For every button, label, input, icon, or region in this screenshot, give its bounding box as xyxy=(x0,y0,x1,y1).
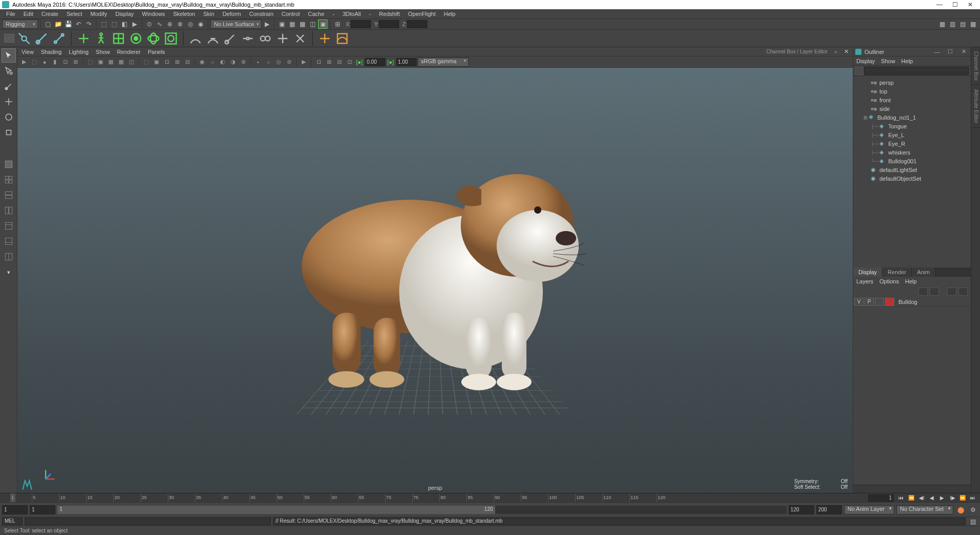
outliner-node-bulldog_ncl1_1[interactable]: ⊟✱Bulldog_ncl1_1 xyxy=(853,113,971,122)
viewport-toolbar-icon[interactable]: ⊟ xyxy=(183,58,192,67)
tab-display[interactable]: Display xyxy=(853,268,883,277)
render-icon[interactable]: ▩ xyxy=(298,20,307,29)
outliner-node-front[interactable]: ■front xyxy=(853,95,971,104)
color-mgmt-dropdown[interactable]: sRGB gamma xyxy=(418,58,469,67)
snap-icon[interactable]: ⊙ xyxy=(145,20,154,29)
layers-menu-options[interactable]: Options xyxy=(879,278,899,284)
save-scene-icon[interactable]: 💾 xyxy=(64,20,73,29)
lattice-icon[interactable] xyxy=(111,31,126,46)
layer-visibility-toggle[interactable]: V xyxy=(854,298,864,306)
maximize-button[interactable]: ☐ xyxy=(947,1,963,8)
viewport-toolbar-icon[interactable]: ▩ xyxy=(116,58,126,67)
anim-layer-dropdown[interactable]: No Anim Layer xyxy=(844,505,894,514)
new-layer-selected-icon[interactable] xyxy=(958,288,968,296)
viewport-toolbar-icon[interactable]: ⬚ xyxy=(30,58,39,67)
side-tab-attr[interactable]: Attribute Editor xyxy=(971,85,980,128)
graph-editor-icon[interactable] xyxy=(335,31,350,46)
autokey-icon[interactable]: ⬤ xyxy=(956,505,965,514)
menu-cache[interactable]: Cache xyxy=(304,11,328,17)
outliner-search-field[interactable] xyxy=(864,67,969,75)
viewport-toolbar-icon[interactable]: ▮ xyxy=(50,58,60,67)
range-out-field[interactable] xyxy=(789,505,814,514)
snap-icon[interactable]: ∿ xyxy=(155,20,164,29)
layers-menu-layers[interactable]: Layers xyxy=(856,278,873,284)
command-input[interactable] xyxy=(25,518,271,525)
viewport-toolbar-icon[interactable]: ⊞ xyxy=(324,58,334,67)
viewport-toolbar-icon[interactable]: ⬚ xyxy=(86,58,95,67)
playback-button[interactable]: ⏪ xyxy=(906,494,916,502)
menu-display[interactable]: Display xyxy=(111,11,138,17)
paint-select-tool[interactable] xyxy=(2,79,16,93)
tab-render[interactable]: Render xyxy=(883,268,912,277)
layout-icon[interactable] xyxy=(2,203,16,218)
paint-weights-icon[interactable] xyxy=(223,31,238,46)
new-scene-icon[interactable]: ▢ xyxy=(43,20,52,29)
select-mode-icon[interactable]: ⬚ xyxy=(99,20,108,29)
viewport-toolbar-icon[interactable]: ⊞ xyxy=(172,58,182,67)
menu-modify[interactable]: Modify xyxy=(86,11,111,17)
layout-icon[interactable] xyxy=(2,234,16,249)
layer-name[interactable]: Bulldog xyxy=(895,299,917,305)
ik-handle-icon[interactable] xyxy=(76,31,91,46)
skin-tool-icon[interactable] xyxy=(188,31,203,46)
new-layer-icon[interactable] xyxy=(947,288,956,296)
cluster-icon[interactable] xyxy=(128,31,144,46)
layer-move-down-icon[interactable] xyxy=(930,288,939,296)
z-field[interactable] xyxy=(407,20,427,28)
playback-button[interactable]: ◀Ⅰ xyxy=(916,494,927,502)
snap-icon[interactable]: ◎ xyxy=(186,20,195,29)
menu-edit[interactable]: Edit xyxy=(19,11,37,17)
viewport-toolbar-icon[interactable]: ▣ xyxy=(152,58,161,67)
layer-playback-toggle[interactable]: P xyxy=(865,298,874,306)
outliner-node-persp[interactable]: ■persp xyxy=(853,78,971,87)
menu-redshift[interactable]: Redshift xyxy=(375,11,404,17)
playback-button[interactable]: ⏭ xyxy=(968,494,978,502)
viewport-toolbar-icon[interactable]: ⊗ xyxy=(239,58,248,67)
joint-tool-icon[interactable] xyxy=(16,31,32,46)
layout-icon[interactable]: ⊞ xyxy=(333,20,342,29)
viewport-toolbar-icon[interactable]: ⊚ xyxy=(284,58,293,67)
render-icon[interactable]: ▣ xyxy=(277,20,286,29)
outliner-node-defaultlightset[interactable]: ◉defaultLightSet xyxy=(853,165,971,174)
joint-tool-icon[interactable] xyxy=(34,31,49,46)
range-bar[interactable]: 1120 xyxy=(57,506,495,514)
viewport-toolbar-icon[interactable]: ◉ xyxy=(198,58,207,67)
range-track[interactable]: 1120 xyxy=(57,506,787,514)
skin-tool-icon[interactable] xyxy=(205,31,221,46)
deformer-icon[interactable] xyxy=(163,31,179,46)
outliner-menu-display[interactable]: Display xyxy=(856,58,875,64)
viewport-toolbar-icon[interactable]: ○ xyxy=(208,58,217,67)
viewport-toolbar-icon[interactable]: ⊟ xyxy=(335,58,344,67)
viewport-toolbar-icon[interactable]: ◫ xyxy=(127,58,136,67)
layout-single-icon[interactable] xyxy=(2,157,16,171)
minimize-button[interactable]: — xyxy=(932,1,947,8)
character-set-dropdown[interactable]: No Character Set xyxy=(896,505,953,514)
constraint-icon[interactable] xyxy=(240,31,256,46)
prefs-icon[interactable]: ⚙ xyxy=(968,505,977,514)
scale-tool[interactable] xyxy=(2,125,16,140)
playback-button[interactable]: ⏮ xyxy=(896,494,906,502)
select-mode-icon[interactable]: ⬚ xyxy=(109,20,119,29)
layout-icon[interactable] xyxy=(2,188,16,202)
viewport[interactable]: persp Symmetry:Off Soft Select:Off xyxy=(17,68,853,493)
live-surface-dropdown[interactable]: No Live Surface xyxy=(210,20,262,29)
outliner-maximize-icon[interactable]: ☐ xyxy=(945,48,955,55)
panel-menu-lighting[interactable]: Lighting xyxy=(69,49,89,55)
menu-select[interactable]: Select xyxy=(63,11,87,17)
outliner-node-bulldog001[interactable]: └─○◈Bulldog001 xyxy=(853,157,971,165)
constraint-icon[interactable] xyxy=(258,31,273,46)
snap-icon[interactable]: ⊕ xyxy=(165,20,174,29)
outliner-node-eye_l[interactable]: ├─○◈Eye_L xyxy=(853,130,971,139)
rotate-tool[interactable] xyxy=(2,110,16,124)
layout-icon[interactable] xyxy=(2,250,16,264)
time-slider[interactable]: 1510152025303540455055606570758085909510… xyxy=(0,493,980,502)
viewport-toolbar-icon[interactable]: ▶ xyxy=(299,58,308,67)
constraint-icon[interactable] xyxy=(275,31,290,46)
render-icon[interactable]: ◫ xyxy=(308,20,317,29)
viewport-toolbar-icon[interactable]: • xyxy=(253,58,263,67)
viewport-toolbar-icon[interactable]: ◎ xyxy=(274,58,283,67)
script-editor-icon[interactable]: ▤ xyxy=(968,517,977,526)
outliner-node-eye_r[interactable]: ├─○◈Eye_R xyxy=(853,139,971,148)
layer-color-swatch[interactable] xyxy=(885,298,894,306)
panel-menu-view[interactable]: View xyxy=(22,49,34,55)
